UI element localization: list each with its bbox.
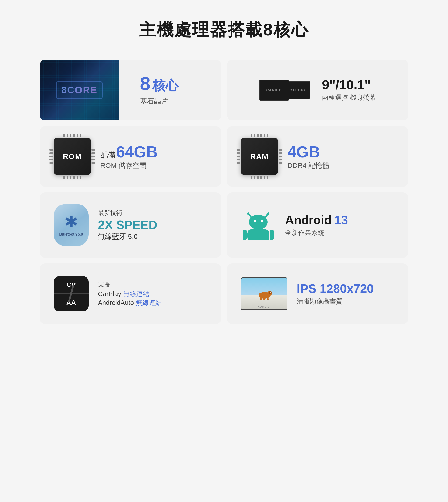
screen-size: 9"/10.1" (322, 78, 376, 91)
cp-text: CP (67, 281, 76, 289)
core-label: 基石晶片 (140, 96, 178, 106)
carplay-line1: CarPlay 無線連結 (98, 289, 162, 298)
android-title: Android (285, 213, 332, 227)
ram-chip-icon: RAM (241, 138, 278, 175)
androidauto-prefix: AndroidAuto (98, 299, 134, 307)
chip-pins-top (64, 134, 81, 137)
screen-small-label: CARDIO (289, 88, 305, 92)
aa-cell: AA (54, 294, 89, 311)
android-robot-icon (241, 210, 276, 240)
dog-svg-icon (255, 288, 274, 300)
pin (92, 149, 95, 151)
ips-sub: 清晰顯像高畫質 (297, 297, 374, 306)
carplay-prefix: CarPlay (98, 290, 121, 298)
rom-label: ROM (63, 152, 82, 161)
pin (267, 134, 268, 137)
pin (80, 176, 81, 179)
pin (279, 162, 282, 164)
pin (92, 156, 95, 157)
carplay-line2: AndroidAuto 無線連結 (98, 298, 162, 307)
ips-brand-label: CARDIO (258, 305, 270, 308)
pin (257, 176, 258, 179)
pin (279, 156, 282, 157)
card-8core: 8CORE 8 核心 基石晶片 (40, 60, 221, 120)
cpaa-icon-wrap: CP AA / (54, 276, 89, 311)
pin (279, 149, 282, 151)
screen-big: CARDIO (259, 80, 289, 101)
pin (77, 176, 78, 179)
card-bluetooth: ✱ Bluetooth 5.0 最新技術 2X SPEED 無線藍牙 5.0 (40, 192, 221, 258)
ram-label: RAM (250, 152, 269, 161)
ram-content: 4GB DDR4 記憶體 (288, 143, 329, 170)
rom-size-wrap: 配備 64GB (100, 143, 158, 161)
bt-content: 最新技術 2X SPEED 無線藍牙 5.0 (98, 209, 157, 241)
android-content: Android 13 全新作業系統 (285, 213, 348, 237)
pin (73, 134, 75, 137)
bt-tech-label: 最新技術 (98, 209, 157, 217)
pin (267, 176, 268, 179)
pin (80, 134, 81, 137)
chip-pins-bottom (64, 176, 81, 179)
pin (237, 159, 240, 160)
chip-pins-bottom (251, 176, 268, 179)
pin (67, 134, 68, 137)
svg-point-3 (267, 213, 270, 215)
pin (237, 156, 240, 157)
cp-cell: CP (54, 276, 89, 294)
pin (49, 162, 53, 164)
androidauto-link: 無線連結 (136, 298, 162, 307)
pin (70, 134, 71, 137)
feature-grid: 8CORE 8 核心 基石晶片 CARDIO CARDIO 9"/10.1" 兩… (40, 60, 408, 324)
card-rom: ROM 配備 64GB ROM 儲存空間 (40, 126, 221, 187)
dog-silhouette (255, 288, 274, 300)
svg-rect-7 (247, 229, 269, 240)
pin (49, 149, 53, 151)
page-title: 主機處理器搭載8核心 (139, 19, 309, 41)
svg-rect-8 (243, 230, 247, 240)
pin (49, 156, 53, 157)
ram-icon-wrap: RAM (241, 138, 278, 175)
card-carplay: CP AA / 支援 CarPlay 無線連結 AndroidAuto (40, 263, 221, 324)
bt-desc: 無線藍牙 5.0 (98, 232, 157, 241)
rom-chip-icon: ROM (54, 138, 91, 175)
rom-prefix: 配備 (100, 150, 115, 160)
screen-big-label: CARDIO (266, 88, 282, 92)
pin (77, 134, 78, 137)
pin (264, 176, 265, 179)
pin (279, 159, 282, 160)
core-number: 8 (140, 74, 150, 93)
pin (279, 152, 282, 154)
svg-point-5 (254, 220, 256, 222)
aa-text: AA (66, 299, 76, 306)
ips-preview-wrap: CARDIO (241, 277, 288, 310)
svg-point-19 (271, 293, 271, 293)
chip-pins-left (49, 149, 53, 164)
android-version: 13 (334, 213, 348, 227)
pin (70, 176, 71, 179)
pin (260, 176, 262, 179)
rom-desc: ROM 儲存空間 (100, 161, 158, 170)
svg-point-2 (247, 213, 249, 215)
svg-point-4 (249, 215, 268, 230)
android-sub: 全新作業系統 (285, 228, 348, 237)
pin (257, 134, 258, 137)
ips-preview-inner: CARDIO (241, 278, 287, 309)
pin (254, 176, 255, 179)
carplay-content: 支援 CarPlay 無線連結 AndroidAuto 無線連結 (98, 280, 162, 307)
svg-rect-15 (260, 298, 262, 300)
ips-content: IPS 1280x720 清晰顯像高畫質 (297, 282, 374, 306)
svg-rect-17 (267, 298, 269, 300)
ram-desc: DDR4 記憶體 (288, 161, 329, 170)
pin (254, 134, 255, 137)
pin (237, 152, 240, 154)
svg-point-6 (261, 220, 263, 222)
card-ips: CARDIO IPS 1280x720 清晰顯像高畫質 (227, 263, 408, 324)
chip-pins-left (237, 149, 240, 164)
card-screen: CARDIO CARDIO 9"/10.1" 兩種選擇 機身螢幕 (227, 60, 408, 120)
rom-content: 配備 64GB ROM 儲存空間 (100, 143, 158, 170)
pin (64, 134, 65, 137)
pin (260, 134, 262, 137)
pin (92, 152, 95, 154)
screen-content: 9"/10.1" 兩種選擇 機身螢幕 (322, 78, 376, 102)
chip-pins-right (92, 149, 95, 164)
